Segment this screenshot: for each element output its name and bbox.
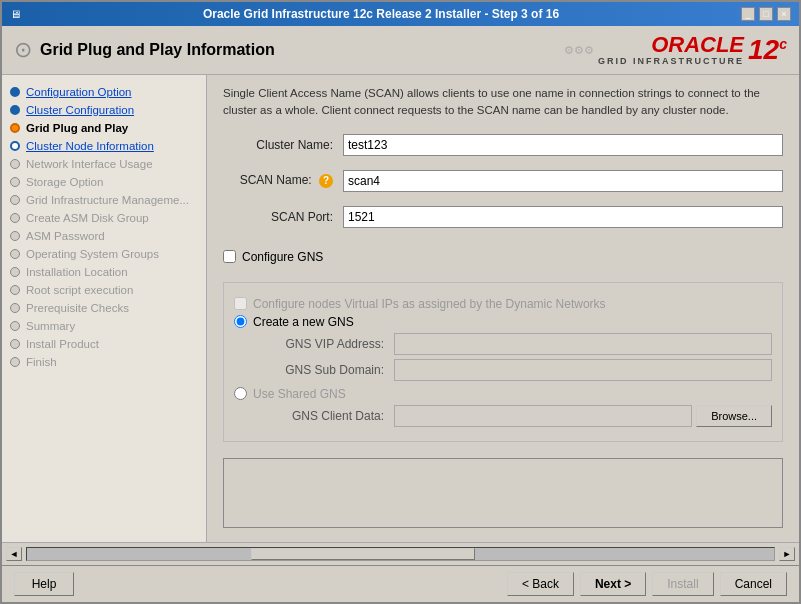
dot-finish xyxy=(10,357,20,367)
sidebar-item-prerequisite-checks: Prerequisite Checks xyxy=(2,299,206,317)
sidebar-item-cluster-configuration[interactable]: Cluster Configuration xyxy=(2,101,206,119)
create-new-gns-radio[interactable] xyxy=(234,315,247,328)
cluster-name-input[interactable] xyxy=(343,134,783,156)
sidebar-item-grid-infrastructure-management: Grid Infrastructure Manageme... xyxy=(2,191,206,209)
configure-nodes-vip-label: Configure nodes Virtual IPs as assigned … xyxy=(253,297,606,311)
oracle-branding: ⚙⚙⚙ ORACLE GRID INFRASTRUCTURE 12c xyxy=(564,34,787,66)
install-button[interactable]: Install xyxy=(652,572,713,596)
create-new-gns-label[interactable]: Create a new GNS xyxy=(253,315,354,329)
create-new-gns-row: Create a new GNS xyxy=(234,315,772,329)
sidebar-item-grid-plug-and-play[interactable]: Grid Plug and Play xyxy=(2,119,206,137)
configure-nodes-vip-row: Configure nodes Virtual IPs as assigned … xyxy=(234,297,772,311)
scan-name-info-icon[interactable]: ? xyxy=(319,174,333,188)
dot-prereq xyxy=(10,303,20,313)
scan-name-row: SCAN Name: ? xyxy=(223,170,783,192)
dot-grid-plug xyxy=(10,123,20,133)
sidebar-item-cluster-node-information[interactable]: Cluster Node Information xyxy=(2,137,206,155)
maximize-button[interactable]: □ xyxy=(759,7,773,21)
dot-grid-infra xyxy=(10,195,20,205)
browse-button[interactable]: Browse... xyxy=(696,405,772,427)
gns-client-data-input[interactable] xyxy=(394,405,692,427)
use-shared-gns-row: Use Shared GNS xyxy=(234,387,772,401)
sidebar-item-configuration-option[interactable]: Configuration Option xyxy=(2,83,206,101)
page-title: Grid Plug and Play Information xyxy=(40,41,275,59)
scrollbar-thumb[interactable] xyxy=(251,548,475,560)
gns-vip-label: GNS VIP Address: xyxy=(254,337,384,351)
gns-sub-domain-input[interactable] xyxy=(394,359,772,381)
dot-summary xyxy=(10,321,20,331)
header-bar: ⊙ Grid Plug and Play Information ⚙⚙⚙ ORA… xyxy=(2,26,799,75)
dot-configuration-option xyxy=(10,87,20,97)
back-button[interactable]: < Back xyxy=(507,572,574,596)
gns-client-data-row: GNS Client Data: Browse... xyxy=(234,405,772,427)
sidebar-item-create-asm-disk-group: Create ASM Disk Group xyxy=(2,209,206,227)
right-panel: Single Client Access Name (SCAN) allows … xyxy=(207,75,799,542)
gns-vip-input[interactable] xyxy=(394,333,772,355)
log-area xyxy=(223,458,783,528)
title-bar-icon: 🖥 xyxy=(10,7,21,21)
window-controls: _ □ × xyxy=(741,7,791,21)
gns-sub-domain-row: GNS Sub Domain: xyxy=(234,359,772,381)
sidebar-item-summary: Summary xyxy=(2,317,206,335)
gns-client-data-label: GNS Client Data: xyxy=(254,409,384,423)
gns-sub-domain-label: GNS Sub Domain: xyxy=(254,363,384,377)
configure-gns-label[interactable]: Configure GNS xyxy=(242,250,323,264)
scan-name-label: SCAN Name: ? xyxy=(223,173,333,188)
minimize-button[interactable]: _ xyxy=(741,7,755,21)
use-shared-gns-label[interactable]: Use Shared GNS xyxy=(253,387,346,401)
sidebar-item-root-script-execution: Root script execution xyxy=(2,281,206,299)
scan-port-input[interactable] xyxy=(343,206,783,228)
configure-gns-row: Configure GNS xyxy=(223,250,783,264)
bottom-bar: Help < Back Next > Install Cancel xyxy=(2,565,799,602)
title-bar: 🖥 Oracle Grid Infrastructure 12c Release… xyxy=(2,2,799,26)
scan-name-input[interactable] xyxy=(343,170,783,192)
oracle-logo: ORACLE GRID INFRASTRUCTURE xyxy=(598,34,744,66)
sidebar-item-finish: Finish xyxy=(2,353,206,371)
scroll-left-button[interactable]: ◄ xyxy=(6,547,22,561)
cluster-name-row: Cluster Name: xyxy=(223,134,783,156)
scrollbar-track[interactable] xyxy=(26,547,775,561)
gns-vip-row: GNS VIP Address: xyxy=(234,333,772,355)
close-button[interactable]: × xyxy=(777,7,791,21)
next-button[interactable]: Next > xyxy=(580,572,646,596)
sidebar-item-asm-password: ASM Password xyxy=(2,227,206,245)
sidebar-item-install-product: Install Product xyxy=(2,335,206,353)
configure-nodes-vip-checkbox[interactable] xyxy=(234,297,247,310)
help-button[interactable]: Help xyxy=(14,572,74,596)
dot-asm-disk xyxy=(10,213,20,223)
app-icon: ⊙ xyxy=(14,37,32,63)
dot-network xyxy=(10,159,20,169)
dot-storage xyxy=(10,177,20,187)
scan-port-row: SCAN Port: xyxy=(223,206,783,228)
description-text: Single Client Access Name (SCAN) allows … xyxy=(223,85,783,120)
scroll-right-button[interactable]: ► xyxy=(779,547,795,561)
sidebar-item-operating-system-groups: Operating System Groups xyxy=(2,245,206,263)
cancel-button[interactable]: Cancel xyxy=(720,572,787,596)
window-title: Oracle Grid Infrastructure 12c Release 2… xyxy=(203,7,559,21)
sidebar: Configuration Option Cluster Configurati… xyxy=(2,75,207,542)
dot-root-script xyxy=(10,285,20,295)
dot-cluster-configuration xyxy=(10,105,20,115)
main-body: Configuration Option Cluster Configurati… xyxy=(2,75,799,542)
dot-os-groups xyxy=(10,249,20,259)
main-window: 🖥 Oracle Grid Infrastructure 12c Release… xyxy=(0,0,801,604)
navigation-buttons: < Back Next > Install Cancel xyxy=(507,572,787,596)
sidebar-item-installation-location: Installation Location xyxy=(2,263,206,281)
configure-gns-checkbox[interactable] xyxy=(223,250,236,263)
dot-cluster-node xyxy=(10,141,20,151)
gns-section: Configure nodes Virtual IPs as assigned … xyxy=(223,282,783,442)
version-number: 12c xyxy=(748,36,787,64)
sidebar-item-storage-option: Storage Option xyxy=(2,173,206,191)
use-shared-gns-radio[interactable] xyxy=(234,387,247,400)
dot-install-product xyxy=(10,339,20,349)
horizontal-scrollbar: ◄ ► xyxy=(2,542,799,565)
scan-port-label: SCAN Port: xyxy=(223,210,333,224)
cluster-name-label: Cluster Name: xyxy=(223,138,333,152)
dot-asm-password xyxy=(10,231,20,241)
dot-install-loc xyxy=(10,267,20,277)
sidebar-item-network-interface-usage: Network Interface Usage xyxy=(2,155,206,173)
